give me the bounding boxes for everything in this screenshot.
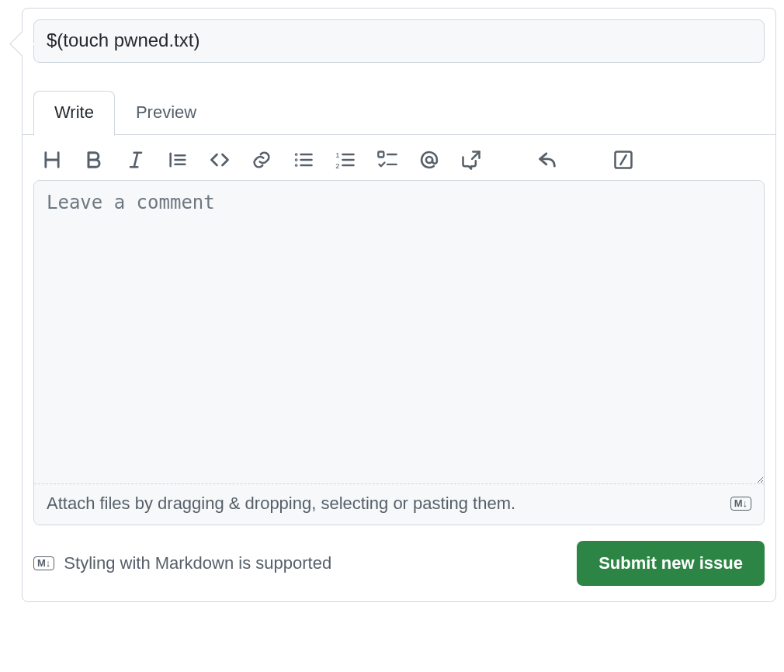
svg-text:1: 1 [335,151,339,159]
unordered-list-icon[interactable] [293,149,314,171]
task-list-icon[interactable] [376,149,398,171]
cross-reference-icon[interactable] [460,149,482,171]
code-icon[interactable] [209,149,231,171]
tab-preview[interactable]: Preview [115,91,217,135]
editor-tabs: Write Preview [33,91,765,135]
ordered-list-icon[interactable]: 12 [335,149,356,171]
panel-footer: M↓ Styling with Markdown is supported Su… [33,541,765,586]
attach-files-row[interactable]: Attach files by dragging & dropping, sel… [34,483,764,525]
mention-icon[interactable] [418,149,440,171]
comment-box: Attach files by dragging & dropping, sel… [33,180,765,525]
svg-point-1 [296,159,297,160]
svg-point-0 [296,154,297,154]
svg-text:2: 2 [335,162,339,170]
saved-reply-icon[interactable] [536,149,558,171]
new-issue-panel: Write Preview 12 [22,8,776,602]
heading-icon[interactable] [41,149,63,171]
markdown-badge-icon: M↓ [730,497,751,511]
markdown-badge-icon: M↓ [33,556,54,570]
svg-point-2 [296,165,297,165]
formatting-toolbar: 12 [33,135,765,180]
markdown-support-hint[interactable]: M↓ Styling with Markdown is supported [33,553,331,573]
submit-new-issue-button[interactable]: Submit new issue [577,541,765,586]
bold-icon[interactable] [83,149,105,171]
comment-textarea[interactable] [34,181,764,483]
italic-icon[interactable] [125,149,147,171]
issue-title-input[interactable] [33,19,765,63]
svg-rect-5 [378,152,383,158]
attach-hint-text: Attach files by dragging & dropping, sel… [47,494,515,514]
slash-commands-icon[interactable] [612,149,634,171]
tab-write[interactable]: Write [33,91,115,136]
link-icon[interactable] [251,149,272,171]
quote-icon[interactable] [167,149,189,171]
markdown-hint-text: Styling with Markdown is supported [64,553,331,573]
